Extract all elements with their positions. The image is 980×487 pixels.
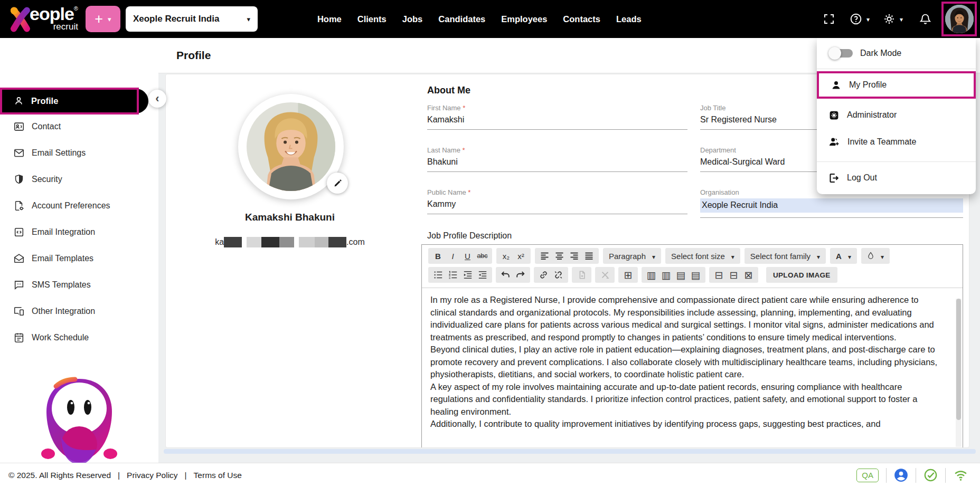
superscript-button[interactable]: x² [514,249,527,263]
redaction-block [224,237,242,247]
sidebar-item-work-schedule[interactable]: Work Schedule [0,324,158,351]
delete-row-icon[interactable] [727,268,740,282]
person-add-icon [828,136,840,148]
editor-toolbar-row-1: B I U abc x₂ x² Paragraph [422,245,963,265]
job-profile-description-text[interactable]: In my role as a Registered Nurse, I prov… [422,288,963,437]
nav-item-leads[interactable]: Leads [616,14,642,24]
upload-image-button[interactable]: UPLOAD IMAGE [766,267,837,283]
insert-row-below-icon[interactable] [689,268,702,282]
insert-column-left-icon[interactable] [645,268,658,282]
insert-link-icon[interactable] [537,268,550,282]
nav-item-home[interactable]: Home [317,14,342,24]
quick-add-button[interactable]: + [86,6,120,32]
logout-icon [828,173,840,184]
edit-photo-button[interactable] [327,173,348,194]
person-icon [831,80,842,91]
clipboard-icon [13,332,25,343]
delete-column-icon[interactable] [712,268,725,282]
font-size-select[interactable]: Select font size [665,248,740,264]
help-menu-button[interactable] [849,12,870,26]
bullet-list-icon[interactable] [431,268,445,282]
paragraph-format-select[interactable]: Paragraph [603,248,661,264]
envelope-icon [13,147,25,159]
text-color-button[interactable]: A [830,248,857,264]
sidebar-item-account-preferences[interactable]: Account Preferences [0,193,158,219]
organisation-selector[interactable]: Xeople Recruit India [126,6,258,32]
align-justify-icon[interactable] [582,249,596,263]
insert-page-icon[interactable] [575,268,588,282]
menu-item-administrator[interactable]: Administrator [817,102,976,128]
fullscreen-icon[interactable] [823,13,835,25]
redo-icon[interactable] [514,268,527,282]
numbered-list-icon[interactable] [446,268,459,282]
nav-item-jobs[interactable]: Jobs [402,14,423,24]
underline-button[interactable]: U [461,249,474,263]
font-family-select[interactable]: Select font family [745,248,826,264]
wifi-status-icon [953,469,968,482]
organisation-value[interactable]: Xeople Recruit India [700,198,963,213]
privacy-policy-link[interactable]: Privacy Policy [127,471,177,480]
xeople-logo[interactable]: eople ® recruit [7,4,78,34]
sidebar-item-label: Security [32,175,62,184]
sidebar-item-profile[interactable]: Profile [0,89,148,113]
settings-menu-button[interactable] [882,12,903,26]
subscript-button[interactable]: x₂ [500,249,513,263]
footer-divider [886,468,887,483]
profile-email-redacted: ka.com [187,237,393,247]
editor-scrollbar[interactable] [956,299,962,447]
sidebar-item-email-integration[interactable]: Email Integration [0,219,158,245]
sidebar-item-other-integration[interactable]: Other Integration [0,298,158,324]
sidebar-item-email-templates[interactable]: Email Templates [0,245,158,272]
first-name-field[interactable]: First Name * Kamakshi [427,104,687,130]
sidebar-item-label: Profile [31,96,58,106]
chevron-down-icon [731,252,734,261]
nav-item-clients[interactable]: Clients [357,14,387,24]
user-dropdown-menu: Dark Mode My Profile Administrator Invit… [817,38,976,194]
insert-row-above-icon[interactable] [674,268,687,282]
sidebar-collapse-button[interactable]: ‹ [148,90,166,108]
remove-link-icon[interactable] [552,268,565,282]
brand-subtitle: recruit [53,22,78,31]
italic-button[interactable]: I [446,249,459,263]
menu-item-my-profile[interactable]: My Profile [817,71,976,99]
insert-table-icon[interactable] [621,268,635,282]
delete-table-icon[interactable] [742,268,755,282]
user-avatar-button[interactable] [941,2,977,36]
sidebar-item-security[interactable]: Security [0,166,158,193]
first-name-value[interactable]: Kamakshi [427,115,687,125]
outdent-icon[interactable] [476,268,489,282]
menu-item-invite-teammate[interactable]: Invite a Teammate [817,129,976,155]
clear-formatting-icon[interactable] [598,268,611,282]
public-name-field[interactable]: Public Name * Kammy [427,188,687,214]
highlight-color-button[interactable] [861,248,890,264]
dark-mode-toggle-row[interactable]: Dark Mode [817,38,976,69]
nav-item-employees[interactable]: Employees [501,14,547,24]
align-right-icon[interactable] [568,249,581,263]
terms-of-use-link[interactable]: Terms of Use [194,471,242,480]
editor-scrollbar-thumb[interactable] [956,299,961,420]
strikethrough-button[interactable]: abc [476,249,489,263]
sidebar-item-label: Email Settings [32,148,86,158]
field-label: Organisation [700,188,739,196]
sidebar-item-contact[interactable]: Contact [0,113,158,140]
insert-column-right-icon[interactable] [659,268,673,282]
nav-item-candidates[interactable]: Candidates [438,14,485,24]
nav-item-contacts[interactable]: Contacts [563,14,600,24]
align-center-icon[interactable] [553,249,566,263]
bold-button[interactable]: B [431,249,445,263]
align-left-icon[interactable] [538,249,551,263]
notifications-bell-icon[interactable] [919,13,932,26]
dark-mode-toggle[interactable] [828,48,853,59]
indent-icon[interactable] [461,268,474,282]
redaction-block [315,237,328,247]
last-name-value[interactable]: Bhakuni [427,157,687,167]
job-profile-description-label: Job Profile Description [427,231,512,241]
undo-icon[interactable] [499,268,512,282]
horizontal-scrollbar[interactable] [164,449,976,454]
sidebar-item-email-settings[interactable]: Email Settings [0,140,158,166]
public-name-value[interactable]: Kammy [427,199,687,209]
sidebar-item-sms-templates[interactable]: SMS Templates [0,272,158,298]
avatar [945,5,974,33]
menu-item-log-out[interactable]: Log Out [817,165,976,191]
last-name-field[interactable]: Last Name * Bhakuni [427,146,687,172]
